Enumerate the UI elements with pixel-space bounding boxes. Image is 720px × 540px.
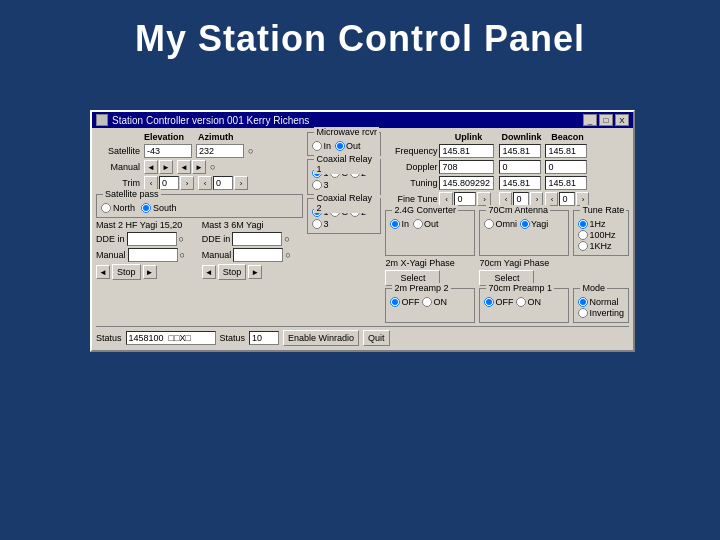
coax1-opt3[interactable]: 3 [312,180,328,190]
maximize-button[interactable]: □ [599,114,613,126]
mast3-dde-input[interactable] [232,232,282,246]
preamp70-off-radio[interactable] [484,297,494,307]
coax2-opt3[interactable]: 3 [312,219,328,229]
minimize-button[interactable]: _ [583,114,597,126]
mast2-left-btn[interactable]: ◄ [96,265,110,279]
finetune-bc-left[interactable]: ‹ [545,192,558,206]
finetune-dn-left[interactable]: ‹ [499,192,512,206]
pass-north-option[interactable]: North [101,203,135,213]
preamp2m-on-radio[interactable] [422,297,432,307]
az-right-btn[interactable]: ► [192,160,206,174]
elev-left-btn[interactable]: ◄ [144,160,158,174]
elevation-manual-controls[interactable]: ◄ ► [144,160,173,174]
trim-az-left-btn[interactable]: ‹ [198,176,212,190]
mast2-dde-input[interactable] [127,232,177,246]
finetune-up[interactable]: ‹ › [439,192,497,206]
trim-az-val[interactable] [213,176,233,190]
freq-up-input[interactable] [439,144,494,158]
finetune-up-val[interactable] [454,192,476,206]
coax1-radio3[interactable] [312,180,322,190]
pass-north-radio[interactable] [101,203,111,213]
trim-az-right-btn[interactable]: › [234,176,248,190]
finetune-bc-right[interactable]: › [576,192,589,206]
finetune-up-right[interactable]: › [477,192,491,206]
finetune-dn-val[interactable] [513,192,529,206]
finetune-bc-val[interactable] [559,192,575,206]
rate-1hz-option[interactable]: 1Hz [578,219,624,229]
rate-1khz-option[interactable]: 1KHz [578,241,624,251]
preamp2m-on-option[interactable]: ON [422,297,447,307]
antenna-omni-option[interactable]: Omni [484,219,517,229]
antenna-omni-radio[interactable] [484,219,494,229]
enable-winradio-btn[interactable]: Enable Winradio [283,330,359,346]
preamp70-off-option[interactable]: OFF [484,297,513,307]
rate-100hz-radio[interactable] [578,230,588,240]
mast3-stop-controls[interactable]: ◄ Stop ► [202,264,304,280]
rate-1khz-radio[interactable] [578,241,588,251]
rate-1hz-radio[interactable] [578,219,588,229]
finetune-bc[interactable]: ‹ › [545,192,589,206]
quit-btn[interactable]: Quit [363,330,390,346]
trim-elevation-controls[interactable]: ‹ › [144,176,194,190]
satellite-elevation[interactable] [144,144,192,158]
mode-inverting-option[interactable]: Inverting [578,308,624,318]
pass-south-option[interactable]: South [141,203,177,213]
azimuth-header: Azimuth [198,132,248,142]
conv-in-radio[interactable] [390,219,400,229]
mode-normal-radio[interactable] [578,297,588,307]
close-button[interactable]: X [615,114,629,126]
mast2-right-btn[interactable]: ► [143,265,157,279]
uplink-header: Uplink [439,132,497,142]
titlebar-buttons[interactable]: _ □ X [583,114,629,126]
trim-elev-right-btn[interactable]: › [180,176,194,190]
azimuth-manual-controls[interactable]: ◄ ► [177,160,206,174]
preamp70-group: 70cm Preamp 1 OFF ON [479,288,569,323]
mast3-manual-input[interactable] [233,248,283,262]
preamp2m-off-option[interactable]: OFF [390,297,419,307]
microwave-out-radio[interactable] [335,141,345,151]
elev-right-btn[interactable]: ► [159,160,173,174]
tuning-dn-input[interactable] [499,176,541,190]
preamp70-on-option[interactable]: ON [516,297,541,307]
trim-elev-val[interactable] [159,176,179,190]
doppler-dn-input[interactable] [499,160,541,174]
tuning-bc-input[interactable] [545,176,587,190]
freq-dn-input[interactable] [499,144,541,158]
az-left-btn[interactable]: ◄ [177,160,191,174]
trim-elev-left-btn[interactable]: ‹ [144,176,158,190]
mode-inverting-radio[interactable] [578,308,588,318]
microwave-out-option[interactable]: Out [335,141,361,151]
conv-out-radio[interactable] [413,219,423,229]
finetune-dn[interactable]: ‹ › [499,192,543,206]
preamp70-on-radio[interactable] [516,297,526,307]
mast3-stop-btn[interactable]: Stop [218,264,247,280]
tuning-up-input[interactable] [439,176,494,190]
microwave-in-radio[interactable] [312,141,322,151]
finetune-dn-right[interactable]: › [530,192,543,206]
microwave-in-option[interactable]: In [312,141,331,151]
coax2-radio3[interactable] [312,219,322,229]
doppler-bc-input[interactable] [545,160,587,174]
preamp2m-off-radio[interactable] [390,297,400,307]
trim-azimuth-controls[interactable]: ‹ › [198,176,248,190]
conv-out-option[interactable]: Out [413,219,439,229]
status-left-input[interactable] [126,331,216,345]
conv-in-option[interactable]: In [390,219,409,229]
mast2-label: Mast 2 HF Yagi 15,20 [96,220,198,230]
finetune-up-left[interactable]: ‹ [439,192,453,206]
mast2-manual-input[interactable] [128,248,178,262]
doppler-up-input[interactable] [439,160,494,174]
mast2-manual-label: Manual [96,250,126,260]
antenna-yagi-option[interactable]: Yagi [520,219,548,229]
mode-normal-option[interactable]: Normal [578,297,624,307]
antenna-yagi-radio[interactable] [520,219,530,229]
rate-100hz-option[interactable]: 100Hz [578,230,624,240]
mast2-stop-controls[interactable]: ◄ Stop ► [96,264,198,280]
mast3-left-btn[interactable]: ◄ [202,265,216,279]
mast3-right-btn[interactable]: ► [248,265,262,279]
status-right-input[interactable] [249,331,279,345]
pass-south-radio[interactable] [141,203,151,213]
satellite-azimuth[interactable] [196,144,244,158]
freq-bc-input[interactable] [545,144,587,158]
mast2-stop-btn[interactable]: Stop [112,264,141,280]
